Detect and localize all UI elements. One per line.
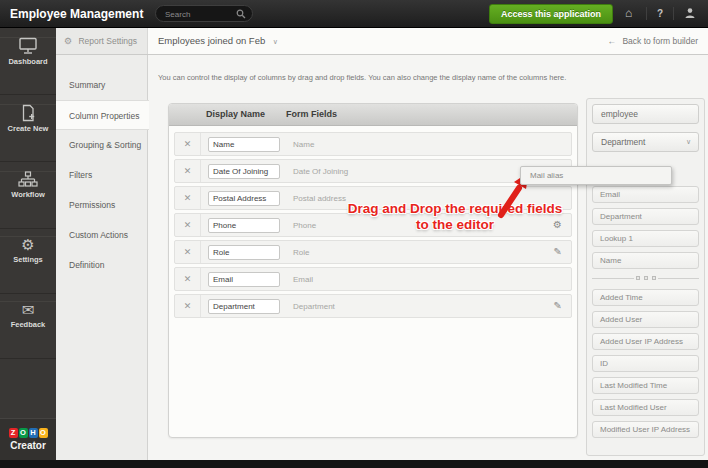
settings-menu-item[interactable]: Grouping & Sorting [56,130,147,160]
main-content: You can control the display of columns b… [148,55,583,460]
zoho-logo: ZOHO [0,424,56,438]
draggable-field[interactable]: Lookup 1 [592,230,699,247]
access-application-button[interactable]: Access this application [489,4,613,24]
draggable-field[interactable]: Last Modified Time [592,377,699,394]
pencil-icon[interactable]: ✎ [554,246,562,258]
draggable-field[interactable]: Added User [592,311,699,328]
fields-divider [592,276,699,280]
topbar-divider [646,7,647,20]
report-settings-menu: SummaryColumn PropertiesGrouping & Sorti… [56,55,148,460]
subheader: ⚙ Report Settings Employees joined on Fe… [56,28,708,55]
search-input[interactable] [165,8,233,20]
home-icon[interactable]: ⌂ [625,6,632,20]
annotation-line: Drag and Drop the required fields [305,201,605,217]
display-name-input[interactable] [208,137,280,152]
annotation-text: Drag and Drop the required fields to the… [305,201,605,233]
zoho-logo-letter: O [39,428,48,438]
column-row: ✕Name [174,132,572,156]
display-name-input[interactable] [208,299,280,314]
draggable-field[interactable]: Name [592,252,699,269]
pencil-icon[interactable]: ✎ [554,300,562,312]
draggable-field[interactable]: Added Time [592,289,699,306]
remove-column-icon[interactable]: ✕ [175,187,201,209]
sidebar-item-dashboard[interactable]: Dashboard [0,37,56,95]
display-name-input[interactable] [208,218,280,233]
dropdown-value: Department [601,137,645,147]
description-text: You can control the display of columns b… [158,73,583,82]
settings-menu-item[interactable]: Filters [56,160,147,190]
create-new-icon [19,104,37,122]
column-row: ✕Department✎ [174,294,572,318]
topbar: Employee Management Access this applicat… [0,0,708,28]
annotation-line: to the editor [305,217,605,233]
form-selector-employee[interactable]: employee [592,104,699,124]
fields-panel: employee Department ∨ EmailDepartmentLoo… [583,55,708,460]
form-field-label: Date Of Joining [293,167,348,176]
report-settings-header: ⚙ Report Settings [56,28,148,54]
app-window: Employee Management Access this applicat… [0,0,708,468]
user-icon[interactable] [684,7,696,19]
search-box[interactable] [155,5,253,22]
display-name-input[interactable] [208,164,280,179]
logo-product-name: Creator [0,440,56,451]
search-icon [236,9,246,19]
table-header: Display Name Form Fields [169,104,577,126]
settings-menu-item[interactable]: Permissions [56,190,147,220]
dragged-field-mail-alias[interactable]: Mail alias [520,166,672,185]
dashboard-icon [18,37,38,55]
help-icon[interactable]: ? [657,7,663,20]
draggable-field[interactable]: Last Modified User [592,399,699,416]
workflow-icon [18,171,38,188]
topbar-divider [673,7,674,20]
report-settings-label: Report Settings [78,36,137,46]
gear-icon: ⚙ [64,36,72,46]
display-name-input[interactable] [208,272,280,287]
back-to-form-builder-link[interactable]: ← Back to form builder [608,28,698,54]
column-properties-panel: Display Name Form Fields ✕Name✕Date Of J… [168,103,578,438]
draggable-field[interactable]: Email [592,186,699,203]
display-name-input[interactable] [208,245,280,260]
column-row: ✕Email [174,267,572,291]
envelope-icon: ✉ [0,301,56,319]
back-arrow-icon: ← [608,36,617,46]
app-sidebar: Dashboard Create New Workflow [0,28,56,460]
bottom-bar [0,460,708,468]
chevron-down-icon: ∨ [686,133,691,151]
settings-menu-item[interactable]: Definition [56,250,147,280]
draggable-field[interactable]: Added User IP Address [592,333,699,350]
sidebar-item-label: Dashboard [0,57,56,66]
app-title: Employee Management [10,7,143,21]
chevron-down-icon: ∨ [273,38,278,45]
settings-menu-item[interactable]: Summary [56,70,147,100]
remove-column-icon[interactable]: ✕ [175,133,201,155]
remove-column-icon[interactable]: ✕ [175,160,201,182]
form-field-label: Role [293,248,309,257]
zoho-logo-letter: O [19,428,28,438]
report-name-dropdown[interactable]: Employees joined on Feb ∨ [158,28,278,55]
sidebar-item-settings[interactable]: ⚙ Settings [0,236,56,294]
form-field-label: Name [293,140,314,149]
zoho-logo-letter: H [29,428,38,438]
fields-panel-box: employee Department ∨ EmailDepartmentLoo… [586,98,705,456]
settings-menu-item[interactable]: Column Properties [56,100,149,130]
remove-column-icon[interactable]: ✕ [175,241,201,263]
zoho-creator-logo: ZOHO Creator [0,418,56,460]
form-field-label: Email [293,275,313,284]
draggable-field[interactable]: ID [592,355,699,372]
sidebar-item-label: Feedback [0,320,56,329]
display-name-input[interactable] [208,191,280,206]
draggable-field[interactable]: Department [592,208,699,225]
sidebar-item-label: Workflow [0,190,56,199]
remove-column-icon[interactable]: ✕ [175,268,201,290]
sidebar-item-workflow[interactable]: Workflow [0,171,56,229]
zoho-logo-letter: Z [9,428,18,438]
draggable-field[interactable]: Modified User IP Address [592,421,699,438]
remove-column-icon[interactable]: ✕ [175,214,201,236]
field-group-dropdown[interactable]: Department ∨ [592,132,699,152]
settings-menu-item[interactable]: Custom Actions [56,220,147,250]
remove-column-icon[interactable]: ✕ [175,295,201,317]
sidebar-item-create-new[interactable]: Create New [0,104,56,162]
sidebar-item-feedback[interactable]: ✉ Feedback [0,301,56,359]
gear-icon: ⚙ [0,236,56,254]
sidebar-item-label: Create New [0,124,56,133]
